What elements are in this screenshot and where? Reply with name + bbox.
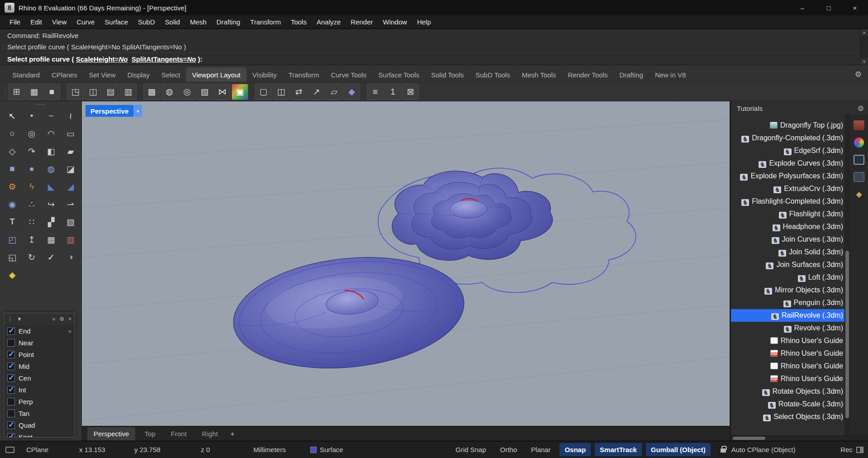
osnap-checkbox[interactable] xyxy=(7,374,15,382)
new-floating-viewport-icon[interactable]: ◫ xyxy=(85,84,101,100)
tutorial-item[interactable]: ExtrudeCrv (.3dm) xyxy=(731,182,844,195)
tutorials-horizontal-scrollbar[interactable] xyxy=(731,435,868,441)
check-tool-icon[interactable]: ✓ xyxy=(42,249,60,265)
menu-item[interactable]: Transform xyxy=(245,18,286,26)
osnap-checkbox[interactable] xyxy=(7,398,15,406)
tutorial-item[interactable]: Join Curves (.3dm) xyxy=(731,233,844,246)
menu-item[interactable]: Render xyxy=(346,18,378,26)
point-edit-tool-icon[interactable]: ∷ xyxy=(23,214,41,230)
viewport-tab[interactable]: Front xyxy=(165,427,193,440)
viewport-tab[interactable]: + xyxy=(227,427,238,440)
tutorials-gear-icon[interactable]: ⚙ xyxy=(858,104,864,113)
toolbar-tab[interactable]: Solid Tools xyxy=(425,67,470,82)
viewport-layout-4-icon[interactable]: ⊞ xyxy=(8,84,25,100)
toolbar-tab[interactable]: CPlanes xyxy=(46,67,83,82)
tutorial-item[interactable]: Rhino User's Guide xyxy=(731,372,844,385)
toolbar-tab[interactable]: Transform xyxy=(283,67,325,82)
polygon-tool-icon[interactable]: ◇ xyxy=(3,143,21,159)
status-toggle[interactable]: Planar xyxy=(526,443,555,456)
osnap-checkbox[interactable] xyxy=(7,327,15,335)
units-button[interactable]: Millimeters xyxy=(253,446,310,453)
cplane-button[interactable]: CPlane xyxy=(26,446,79,453)
grid-array-tool-icon[interactable]: ▦ xyxy=(42,231,60,248)
viewport-menu-caret-icon[interactable]: ▾ xyxy=(133,105,142,117)
array-tool-icon[interactable]: ▞ xyxy=(42,214,60,230)
status-toggle[interactable]: Gumball (Object) xyxy=(646,443,711,456)
box-tool-icon[interactable]: ■ xyxy=(3,161,21,177)
status-toggle[interactable]: Osnap xyxy=(560,443,591,456)
menu-item[interactable]: Curve xyxy=(71,18,100,26)
text-tool-icon[interactable]: T xyxy=(3,214,21,230)
split-viewport-horizontal-icon[interactable]: ▤ xyxy=(102,84,119,100)
filter-box-icon[interactable] xyxy=(856,447,863,453)
solid-edit-tool-icon[interactable]: ◰ xyxy=(3,231,21,248)
status-toggle[interactable]: Grid Snap xyxy=(451,443,491,456)
menu-item[interactable]: File xyxy=(5,18,25,26)
plane-tool-icon[interactable]: ▰ xyxy=(62,143,80,159)
scrollbar-thumb[interactable] xyxy=(845,251,849,418)
nine-viewports-icon[interactable]: ▩ xyxy=(143,84,160,100)
layout-grid-icon[interactable]: ◫ xyxy=(273,84,289,100)
osnap-checkbox[interactable] xyxy=(7,339,15,347)
close-icon[interactable]: × xyxy=(68,316,71,322)
osnap-checkbox[interactable] xyxy=(7,351,15,358)
tutorial-item[interactable]: Join Surfaces (.3dm) xyxy=(731,258,844,271)
tutorial-item[interactable]: Penguin (.3dm) xyxy=(731,296,844,309)
select-tool-icon[interactable]: ↖ xyxy=(3,108,21,124)
freeform-curve-tool-icon[interactable]: ↷ xyxy=(23,143,41,159)
display-panel-icon[interactable] xyxy=(854,138,864,148)
properties-panel-icon[interactable] xyxy=(854,172,864,182)
tutorial-item[interactable]: Join Solid (.3dm) xyxy=(731,246,844,258)
tutorial-item[interactable]: Select Objects (.3dm) xyxy=(731,410,844,423)
toolbar-tab[interactable]: Visibility xyxy=(247,67,283,82)
display-order-icon[interactable]: ≡ xyxy=(367,84,384,100)
rectangle-tool-icon[interactable]: ▭ xyxy=(62,125,80,142)
viewport-properties-icon[interactable]: ◳ xyxy=(67,84,84,100)
osnap-option[interactable]: Perp xyxy=(4,396,75,407)
synchronize-views-icon[interactable]: ▧ xyxy=(196,84,213,100)
menu-item[interactable]: Analyze xyxy=(312,18,346,26)
status-toggle[interactable]: SmartTrack xyxy=(595,443,642,456)
handle-curve-tool-icon[interactable]: ⇀ xyxy=(62,196,80,212)
status-toggle[interactable]: Ortho xyxy=(495,443,522,456)
named-views-icon[interactable]: ◆ xyxy=(343,84,360,100)
toolbar-drag-handle[interactable]: ⋮ xyxy=(3,89,8,95)
tutorial-item[interactable]: Explode Curves (.3dm) xyxy=(731,157,844,170)
tutorial-item[interactable]: Mirror Objects (.3dm) xyxy=(731,284,844,296)
tutorial-item[interactable]: Dragonfly Top (.jpg) xyxy=(731,119,844,132)
menu-item[interactable]: Drafting xyxy=(212,18,246,26)
shaded-viewport-icon[interactable]: ◍ xyxy=(161,84,178,100)
close-button[interactable]: × xyxy=(842,0,868,15)
toolbar-tab[interactable]: Viewport Layout xyxy=(186,67,246,82)
osnap-option[interactable]: Int xyxy=(4,384,75,396)
viewport-perspective[interactable]: Perspective ▾ xyxy=(82,101,730,426)
surface-corner-tool-icon[interactable]: ◪ xyxy=(62,161,80,177)
layer-button[interactable]: Surface xyxy=(310,446,383,453)
toolbar-tab[interactable]: New in V8 xyxy=(649,67,692,82)
settings-tool-icon[interactable]: ⚙ xyxy=(3,178,21,195)
toolbar-tab[interactable]: Standard xyxy=(6,67,46,82)
polyline-tool-icon[interactable]: ≀ xyxy=(62,108,80,124)
osnap-option[interactable]: Knot xyxy=(4,431,75,438)
viewport-layout-split-icon[interactable]: ▦ xyxy=(26,84,43,100)
command-scrollbar[interactable]: ▲ ▼ xyxy=(860,29,868,65)
menu-item[interactable]: Window xyxy=(378,18,412,26)
extrude-tool-icon[interactable]: ↥ xyxy=(23,231,41,248)
tutorial-item[interactable]: Rhino User's Guide xyxy=(731,360,844,372)
scrollbar-thumb[interactable] xyxy=(733,437,765,440)
hatch-tool-icon[interactable]: ▨ xyxy=(62,214,80,230)
sidebar-drag-handle[interactable]: •••• xyxy=(0,101,81,107)
dimension-tool-icon[interactable]: ▥ xyxy=(62,231,80,248)
tutorial-item[interactable]: Revolve (.3dm) xyxy=(731,322,844,334)
menu-item[interactable]: Solid xyxy=(160,18,185,26)
monitor-panel-icon[interactable] xyxy=(854,155,864,165)
two-point-perspective-icon[interactable]: ◎ xyxy=(179,84,195,100)
menu-item[interactable]: View xyxy=(47,18,71,26)
scroll-track[interactable] xyxy=(860,35,868,58)
tutorial-item[interactable]: EdgeSrf (.3dm) xyxy=(731,144,844,157)
toolbar-tab[interactable]: Drafting xyxy=(613,67,649,82)
lock-viewport-icon[interactable]: ⊠ xyxy=(402,84,419,100)
osnap-checkbox[interactable] xyxy=(7,386,15,394)
toolbar-tab[interactable]: Curve Tools xyxy=(325,67,372,82)
open-file-icon[interactable]: ▱ xyxy=(326,84,342,100)
